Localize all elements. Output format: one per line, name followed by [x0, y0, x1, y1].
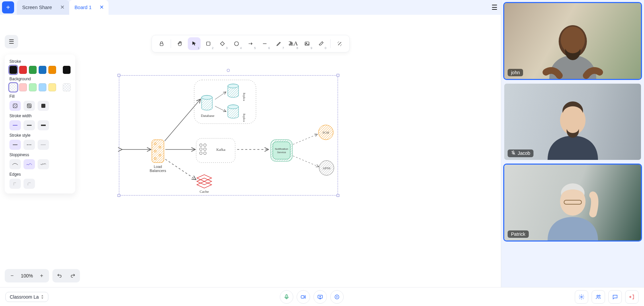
zoom-out-button[interactable]: −	[6, 270, 18, 281]
whiteboard-canvas[interactable]: ☰ 1 2 3 4 5 6 7 A8 9 0 Stroke	[0, 15, 501, 287]
settings-button[interactable]	[575, 290, 588, 304]
svg-point-22	[228, 84, 239, 88]
close-icon[interactable]: ✕	[99, 5, 104, 10]
add-tab-button[interactable]: +	[2, 1, 14, 13]
svg-text:APNS: APNS	[323, 167, 330, 170]
close-icon[interactable]: ✕	[60, 5, 65, 10]
chevron-updown-icon	[41, 295, 44, 299]
svg-point-23	[228, 105, 239, 109]
screenshare-button[interactable]	[313, 290, 327, 304]
name-tag: john	[508, 69, 523, 76]
plus-icon: +	[6, 4, 10, 11]
chat-button[interactable]	[608, 290, 622, 304]
mic-muted-icon	[511, 150, 516, 156]
zoom-in-button[interactable]: +	[36, 270, 48, 281]
participant-figure	[529, 173, 616, 241]
right-controls	[575, 290, 639, 304]
participants-button[interactable]	[592, 290, 605, 304]
svg-point-31	[200, 152, 202, 155]
svg-point-53	[599, 295, 600, 296]
video-tile-jacob[interactable]: Jacob	[503, 83, 642, 161]
zoom-control: − 100% +	[5, 269, 49, 282]
participant-figure	[529, 12, 616, 79]
svg-text:FCM: FCM	[323, 131, 329, 134]
tab-board-1[interactable]: Board 1 ✕	[69, 0, 109, 15]
svg-text:Kafka: Kafka	[216, 147, 225, 151]
svg-point-30	[204, 148, 206, 150]
svg-point-51	[581, 296, 583, 298]
zoom-value[interactable]: 100%	[18, 273, 36, 278]
name-tag: Jacob	[508, 149, 533, 157]
svg-rect-13	[196, 138, 235, 163]
svg-rect-48	[301, 296, 304, 298]
call-controls	[280, 290, 344, 304]
redo-button[interactable]	[68, 271, 78, 281]
svg-rect-14	[152, 140, 164, 163]
video-tile-john[interactable]: john	[503, 2, 642, 80]
video-tile-patrick[interactable]: Patrick	[503, 164, 642, 242]
name-tag: Patrick	[508, 230, 529, 238]
svg-point-32	[204, 152, 206, 155]
svg-point-28	[204, 144, 206, 146]
mic-button[interactable]	[280, 290, 293, 304]
svg-text:Replica: Replica	[243, 93, 246, 101]
participant-figure	[529, 93, 616, 160]
svg-point-21	[202, 95, 212, 99]
menu-icon[interactable]: ☰	[491, 0, 498, 15]
participants-panel: john Jacob Patrick	[501, 0, 644, 287]
svg-text:Replica: Replica	[243, 114, 246, 122]
room-name: Classroom La	[10, 294, 39, 300]
leave-button[interactable]	[625, 290, 639, 304]
svg-point-52	[597, 295, 599, 297]
svg-point-43	[561, 27, 585, 53]
tab-label: Screen Share	[22, 5, 52, 10]
svg-text:Database: Database	[201, 114, 214, 118]
svg-text:LoadBalancers: LoadBalancers	[150, 165, 166, 173]
svg-rect-35	[273, 142, 290, 159]
record-button[interactable]	[330, 290, 344, 304]
svg-text:Cache: Cache	[200, 189, 209, 193]
tab-screen-share[interactable]: Screen Share ✕	[17, 0, 69, 15]
room-selector[interactable]: Classroom La	[5, 292, 48, 302]
undo-redo-control	[52, 269, 80, 282]
bottom-bar: Classroom La	[0, 287, 644, 306]
svg-point-29	[200, 148, 202, 150]
diagram-svg: LoadBalancers Database Replica Replica	[0, 15, 501, 287]
svg-rect-47	[286, 295, 287, 298]
svg-point-27	[200, 144, 202, 146]
undo-button[interactable]	[54, 271, 65, 281]
tab-label: Board 1	[75, 5, 92, 10]
camera-button[interactable]	[297, 290, 310, 304]
tab-strip: + Screen Share ✕ Board 1 ✕ ☰	[0, 0, 501, 15]
